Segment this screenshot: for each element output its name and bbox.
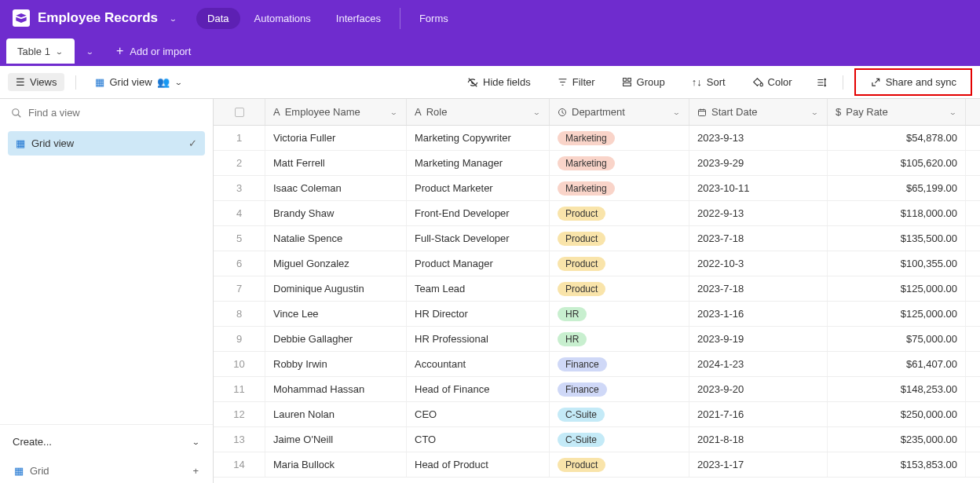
cell-date[interactable]: 2023-10-11 — [689, 176, 828, 200]
cell-pay[interactable]: $235,000.00 — [828, 427, 966, 452]
row-number[interactable]: 2 — [214, 151, 265, 175]
row-number[interactable]: 8 — [214, 302, 265, 326]
view-switcher[interactable]: ▦ Grid view 👥 ⌄ — [87, 73, 448, 91]
cell-role[interactable]: Front-End Developer — [407, 201, 550, 225]
table-row[interactable]: 14Maria BullockHead of ProductProduct202… — [214, 452, 980, 478]
table-row[interactable]: 13Jaime O'NeillCTOC-Suite2021-8-18$235,0… — [214, 427, 980, 452]
table-row[interactable]: 1Victoria FullerMarketing CopywriterMark… — [214, 126, 980, 151]
cell-date[interactable]: 2023-7-18 — [689, 276, 828, 301]
checkbox-icon[interactable] — [235, 108, 244, 117]
cell-department[interactable]: Product — [550, 452, 689, 477]
cell-role[interactable]: HR Director — [407, 302, 550, 326]
table-row[interactable]: 2Matt FerrellMarketing ManagerMarketing2… — [214, 151, 980, 176]
cell-name[interactable]: Debbie Gallagher — [265, 327, 407, 351]
cell-pay[interactable]: $100,355.00 — [828, 251, 966, 276]
color-button[interactable]: Color — [744, 73, 800, 91]
table-row[interactable]: 9Debbie GallagherHR ProfessionalHR2023-9… — [214, 327, 980, 352]
column-header-date[interactable]: Start Date ⌄ — [689, 99, 828, 125]
cell-role[interactable]: Head of Finance — [407, 377, 550, 401]
base-switcher[interactable]: Employee Records ⌄ — [13, 9, 177, 27]
cell-date[interactable]: 2023-9-29 — [689, 151, 828, 175]
column-header-department[interactable]: Department ⌄ — [550, 99, 689, 125]
row-number[interactable]: 6 — [214, 251, 265, 276]
cell-name[interactable]: Maria Bullock — [265, 452, 407, 477]
cell-role[interactable]: HR Professional — [407, 327, 550, 351]
cell-date[interactable]: 2023-9-19 — [689, 327, 828, 351]
cell-name[interactable]: Matt Ferrell — [265, 151, 407, 175]
row-number[interactable]: 12 — [214, 402, 265, 426]
cell-name[interactable]: Mohammad Hassan — [265, 377, 407, 401]
cell-date[interactable]: 2024-1-23 — [689, 352, 828, 376]
table-menu-button[interactable]: ⌄ — [78, 38, 102, 64]
cell-department[interactable]: Finance — [550, 377, 689, 401]
cell-role[interactable]: CTO — [407, 427, 550, 452]
group-button[interactable]: Group — [614, 73, 673, 91]
cell-department[interactable]: C-Suite — [550, 402, 689, 426]
cell-date[interactable]: 2023-1-16 — [689, 302, 828, 326]
cell-date[interactable]: 2022-9-13 — [689, 201, 828, 225]
cell-date[interactable]: 2023-9-20 — [689, 377, 828, 401]
cell-name[interactable]: Victoria Fuller — [265, 126, 407, 150]
cell-pay[interactable]: $105,620.00 — [828, 151, 966, 175]
column-header-name[interactable]: A Employee Name ⌄ — [265, 99, 407, 125]
cell-name[interactable]: Dominique Augustin — [265, 276, 407, 301]
sort-button[interactable]: ↑↓ Sort — [684, 73, 733, 91]
cell-date[interactable]: 2023-9-13 — [689, 126, 828, 150]
cell-role[interactable]: Marketing Copywriter — [407, 126, 550, 150]
create-grid-view[interactable]: ▦ Grid + — [0, 459, 213, 483]
cell-department[interactable]: Product — [550, 276, 689, 301]
cell-department[interactable]: C-Suite — [550, 427, 689, 452]
cell-pay[interactable]: $135,500.00 — [828, 226, 966, 251]
cell-pay[interactable]: $65,199.00 — [828, 176, 966, 200]
cell-name[interactable]: Vince Lee — [265, 302, 407, 326]
row-number[interactable]: 3 — [214, 176, 265, 200]
find-view-input[interactable] — [28, 107, 202, 119]
cell-department[interactable]: Product — [550, 201, 689, 225]
row-number[interactable]: 1 — [214, 126, 265, 150]
row-number[interactable]: 10 — [214, 352, 265, 376]
row-height-button[interactable] — [811, 74, 832, 91]
cell-name[interactable]: Brandy Shaw — [265, 201, 407, 225]
cell-date[interactable]: 2022-10-3 — [689, 251, 828, 276]
row-number[interactable]: 9 — [214, 327, 265, 351]
cell-role[interactable]: Accountant — [407, 352, 550, 376]
cell-date[interactable]: 2021-7-16 — [689, 402, 828, 426]
row-number[interactable]: 4 — [214, 201, 265, 225]
table-row[interactable]: 11Mohammad HassanHead of FinanceFinance2… — [214, 377, 980, 402]
table-row[interactable]: 10Robby IrwinAccountantFinance2024-1-23$… — [214, 352, 980, 377]
cell-pay[interactable]: $75,000.00 — [828, 327, 966, 351]
cell-role[interactable]: Marketing Manager — [407, 151, 550, 175]
cell-name[interactable]: Miguel Gonzalez — [265, 251, 407, 276]
share-and-sync-button[interactable]: Share and sync — [854, 68, 972, 96]
table-row[interactable]: 4Brandy ShawFront-End DeveloperProduct20… — [214, 201, 980, 226]
nav-interfaces[interactable]: Interfaces — [325, 8, 392, 29]
table-row[interactable]: 5Natalie SpenceFull-Stack DeveloperProdu… — [214, 226, 980, 251]
cell-pay[interactable]: $250,000.00 — [828, 402, 966, 426]
cell-department[interactable]: HR — [550, 327, 689, 351]
row-number[interactable]: 11 — [214, 377, 265, 401]
cell-role[interactable]: Product Marketer — [407, 176, 550, 200]
row-number[interactable]: 7 — [214, 276, 265, 301]
nav-forms[interactable]: Forms — [408, 8, 459, 29]
views-button[interactable]: ☰ Views — [8, 73, 64, 91]
cell-department[interactable]: Marketing — [550, 151, 689, 175]
column-header-pay[interactable]: $ Pay Rate ⌄ — [828, 99, 966, 125]
cell-department[interactable]: Marketing — [550, 126, 689, 150]
cell-pay[interactable]: $61,407.00 — [828, 352, 966, 376]
create-toggle[interactable]: Create... ⌄ — [0, 425, 213, 459]
row-number[interactable]: 5 — [214, 226, 265, 251]
table-row[interactable]: 7Dominique AugustinTeam LeadProduct2023-… — [214, 276, 980, 302]
cell-role[interactable]: CEO — [407, 402, 550, 426]
cell-role[interactable]: Product Manager — [407, 251, 550, 276]
cell-department[interactable]: Marketing — [550, 176, 689, 200]
table-tab-active[interactable]: Table 1 ⌄ — [6, 38, 75, 64]
table-row[interactable]: 6Miguel GonzalezProduct ManagerProduct20… — [214, 251, 980, 276]
cell-pay[interactable]: $118,000.00 — [828, 201, 966, 225]
add-or-import-button[interactable]: + Add or import — [105, 38, 202, 64]
cell-date[interactable]: 2021-8-18 — [689, 427, 828, 452]
table-row[interactable]: 3Isaac ColemanProduct MarketerMarketing2… — [214, 176, 980, 201]
table-row[interactable]: 12Lauren NolanCEOC-Suite2021-7-16$250,00… — [214, 402, 980, 427]
cell-pay[interactable]: $125,000.00 — [828, 302, 966, 326]
cell-role[interactable]: Head of Product — [407, 452, 550, 477]
cell-pay[interactable]: $153,853.00 — [828, 452, 966, 477]
